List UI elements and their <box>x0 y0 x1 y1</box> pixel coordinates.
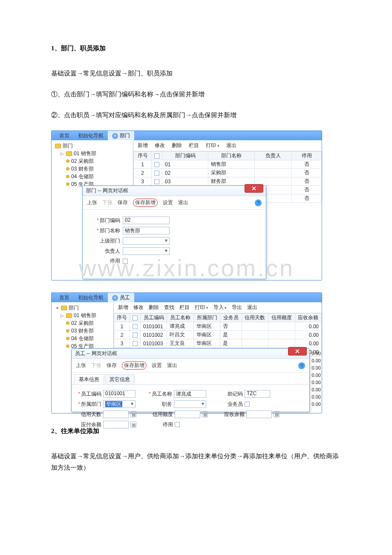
tab-basic[interactable]: 基本信息 <box>74 374 104 384</box>
disabled-checkbox[interactable] <box>123 259 128 264</box>
exit-button[interactable]: 退出 <box>226 142 236 149</box>
tab-emp[interactable]: ×员工 <box>108 293 134 302</box>
dept-select[interactable]: 华南区 <box>103 400 135 408</box>
clear-icon[interactable]: ▦ <box>130 411 136 417</box>
column-button[interactable]: 栏目 <box>189 142 199 149</box>
close-icon[interactable]: × <box>112 133 118 139</box>
save-new-button[interactable]: 保存新增 <box>133 199 158 207</box>
chevron-down-icon[interactable]: ▾ <box>55 306 59 310</box>
col-check[interactable] <box>130 314 141 322</box>
name-input[interactable]: 谭兆成 <box>174 390 206 398</box>
tab-home[interactable]: 首页 <box>55 293 74 302</box>
save-button[interactable]: 保存 <box>118 199 128 206</box>
tab-nav[interactable]: 初始化导航 <box>74 293 108 302</box>
code-label: *员工编码 <box>76 390 101 398</box>
job-select[interactable] <box>174 400 206 408</box>
close-icon[interactable]: ✕ <box>288 347 307 356</box>
delete-button[interactable]: 删除 <box>172 142 182 149</box>
bullet-icon <box>66 167 69 171</box>
clear-icon[interactable]: ▦ <box>202 411 208 417</box>
step-2: ②、点击职员→填写对应编码和名称及所属部门→点击保留并新增 <box>51 110 341 121</box>
col-dept: 所属部门 <box>193 314 220 322</box>
col-check[interactable] <box>152 152 162 160</box>
code-input[interactable]: 0101001 <box>103 390 135 398</box>
table-row[interactable]: 20101002叶昌文华南区是0.00 <box>114 331 322 339</box>
chevron-right-icon[interactable]: ▷ <box>60 313 64 318</box>
exit-button[interactable]: 退出 <box>247 304 257 311</box>
col-owner: 负责人 <box>254 152 291 160</box>
mnemonic-input[interactable]: TZC <box>245 390 270 398</box>
chevron-right-icon[interactable]: ▷ <box>60 151 64 156</box>
new-button[interactable]: 新增 <box>118 304 128 311</box>
owner-select[interactable] <box>123 247 170 255</box>
col-idx: 序号 <box>134 152 152 160</box>
prev-button[interactable]: 上张 <box>76 362 86 369</box>
parent-select[interactable] <box>123 237 170 245</box>
import-button[interactable]: 导入 <box>213 304 227 311</box>
days-label: 信用天数 <box>76 411 101 418</box>
name-label: *员工名称 <box>147 390 172 398</box>
pay-label: 应付余额 <box>76 421 101 428</box>
tab-nav[interactable]: 初始化导航 <box>74 131 108 140</box>
col-days: 信用天数 <box>242 314 268 322</box>
settings-button[interactable]: 设置 <box>152 362 162 369</box>
tab-other[interactable]: 其它信息 <box>105 374 135 384</box>
bullet-icon <box>66 182 69 186</box>
table-row[interactable]: 101销售部否 <box>134 160 322 169</box>
credit-label: 信用额度 <box>147 411 173 418</box>
bullet-icon <box>66 321 69 325</box>
emp-dialog: ✕ 员工 -- 网页对话框 上张 下张 保存 保存新增 设置 退出 ? 基本信息… <box>71 348 310 412</box>
name-input[interactable]: 销售部 <box>123 227 170 234</box>
export-button[interactable]: 导出 <box>232 304 242 311</box>
col-disabled: 停用 <box>292 152 322 160</box>
next-button[interactable]: 下张 <box>102 199 112 206</box>
close-icon[interactable]: ✕ <box>245 184 263 193</box>
edit-button[interactable]: 修改 <box>133 304 144 311</box>
save-button[interactable]: 保存 <box>107 362 117 369</box>
table-row[interactable]: 30101003王文良华南区是0.00 <box>114 339 322 348</box>
table-row[interactable]: 303财务部否 <box>134 177 322 186</box>
help-icon[interactable]: ? <box>298 362 305 369</box>
pay-input[interactable] <box>103 421 129 428</box>
dialog-title: 部门 -- 网页对话框 <box>86 187 128 194</box>
code-input[interactable]: 02 <box>123 217 170 224</box>
bullet-icon <box>66 175 69 178</box>
sales-checkbox[interactable] <box>245 402 250 407</box>
recv-input[interactable] <box>246 410 272 418</box>
table-row[interactable]: 10101001谭兆成华南区否0.00 <box>114 322 322 331</box>
tab-dept[interactable]: ×部门 <box>108 131 134 140</box>
exit-button[interactable]: 退出 <box>178 199 188 206</box>
prev-button[interactable]: 上张 <box>87 199 97 206</box>
close-icon[interactable]: × <box>112 295 118 301</box>
help-icon[interactable]: ? <box>255 199 262 206</box>
toolbar: 新增 修改 删除 查找 栏目 打印 导入 导出 退出 <box>114 302 322 313</box>
find-button[interactable]: 查找 <box>164 304 174 311</box>
next-button[interactable]: 下张 <box>91 362 101 369</box>
disabled-checkbox[interactable] <box>175 422 180 427</box>
clear-icon[interactable]: ▦ <box>274 411 280 417</box>
delete-button[interactable]: 删除 <box>149 304 159 311</box>
column-button[interactable]: 栏目 <box>179 304 190 311</box>
edit-button[interactable]: 修改 <box>155 142 165 149</box>
days-input[interactable] <box>103 410 129 418</box>
tab-home[interactable]: 首页 <box>55 131 74 140</box>
print-button[interactable]: 打印 <box>195 304 208 311</box>
dept-dialog: ✕ 部门 -- 网页对话框 上张 下张 保存 保存新增 设置 退出 ? *部门编… <box>82 185 266 279</box>
toolbar: 新增 修改 删除 栏目 打印 退出 <box>133 140 322 151</box>
credit-input[interactable] <box>175 410 200 418</box>
col-credit: 信用额度 <box>268 314 295 322</box>
clear-icon[interactable]: ▦ <box>130 422 136 428</box>
save-new-button[interactable]: 保存新增 <box>122 361 147 370</box>
disabled-label: 停用 <box>147 421 173 428</box>
recv-overflow: 0.000.000.000.000.000.000.000.00 <box>312 350 321 408</box>
table-row[interactable]: 202采购部否 <box>134 169 322 177</box>
path-2: 基础设置→常见信息设置→用户、供给商添加→添加往来单位分类→再添加往来单位（用户… <box>51 451 341 474</box>
dept-label: *所属部门 <box>76 401 101 408</box>
col-idx: 序号 <box>114 314 130 322</box>
name-label: *部门名称 <box>89 227 123 234</box>
print-button[interactable]: 打印 <box>206 142 219 149</box>
new-button[interactable]: 新增 <box>138 142 148 149</box>
exit-button[interactable]: 退出 <box>167 362 177 369</box>
heading-1: 1、部门、职员添加 <box>51 43 341 54</box>
settings-button[interactable]: 设置 <box>163 199 173 206</box>
